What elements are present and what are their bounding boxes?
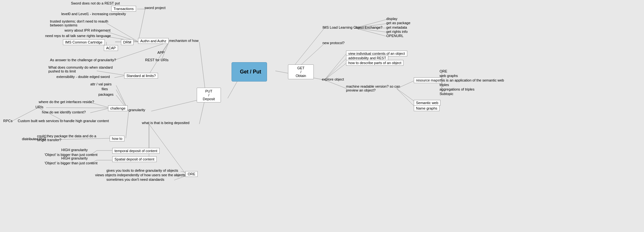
- level0-level1: level0 and Level1 - increasing complexit…: [61, 12, 126, 16]
- new-protocol: new protocol?: [322, 41, 345, 45]
- openurl-node: OPENURL: [386, 34, 403, 38]
- get-as-package: get as package: [386, 21, 411, 25]
- trusted-systems: trusted systems; don't need to reauthbet…: [50, 19, 108, 27]
- svg-line-3: [199, 42, 205, 90]
- svg-line-51: [324, 58, 347, 80]
- put-deposit-node[interactable]: PUT/Deposit: [197, 88, 221, 102]
- files-node: files: [102, 87, 108, 91]
- machine-readable: machine readable version? so canpreview …: [346, 84, 400, 92]
- ore-right: ORE: [440, 69, 447, 73]
- sword-project: sword project: [144, 6, 165, 10]
- semantic-web-app: this is an application of the semantic w…: [440, 78, 504, 82]
- svg-line-6: [139, 9, 145, 40]
- how-describe: how to describe parts of an object: [346, 60, 403, 66]
- transactions: Transactions: [111, 6, 136, 12]
- sword-no-rest: Sword does not do a REST put: [71, 1, 120, 5]
- spatial-deposit: Spatial deposit of content: [112, 156, 157, 162]
- ims-common-cartridge: IMS Common Cartridge: [63, 39, 105, 45]
- svg-line-25: [46, 108, 110, 108]
- how-to-node: how to: [110, 136, 124, 141]
- web-graphs: web graphs: [440, 74, 458, 78]
- attr-val: attr / val pairs: [90, 82, 112, 86]
- gives-tools: gives you tools to define granularity of…: [106, 169, 178, 172]
- subtopic-node: Subtopic: [440, 92, 453, 96]
- center-node[interactable]: Get / Put: [232, 62, 267, 82]
- granularity-node: granularity: [129, 108, 145, 112]
- mindmap: Get / Put PUT/Deposit GET/Obtain mechani…: [0, 0, 644, 232]
- ims-load: IMS Load Learning Object Exchange?: [322, 25, 382, 29]
- display-node: display: [386, 17, 397, 21]
- svg-line-26: [90, 108, 110, 113]
- high-gran-1: HIGH granularity: [61, 148, 88, 152]
- packages-node: packages: [98, 92, 114, 96]
- svg-line-50: [324, 53, 347, 80]
- what-deposited: what is that is being deposited: [142, 121, 189, 125]
- get-metadata: get metadata: [386, 25, 407, 29]
- authn-authz: Authn and Authz: [138, 38, 169, 44]
- get-rights-info: get rights info: [386, 30, 408, 34]
- svg-line-53: [324, 80, 347, 89]
- temporal-deposit: temporal deposit of content: [112, 148, 160, 154]
- triples-node: triples: [440, 83, 449, 87]
- how-identify: how do we identify content?: [42, 110, 86, 114]
- answer-granularity: As answer to the challenge of granularit…: [50, 58, 116, 62]
- object-bigger-2: 'Object' is bigger than just content: [45, 161, 97, 165]
- standard-limits: Standard at limits?: [124, 73, 158, 79]
- drm-node: DRM: [121, 39, 134, 45]
- app-node: APP: [157, 51, 164, 54]
- svg-line-42: [291, 28, 324, 69]
- what-community: What does community do when standardpush…: [48, 65, 113, 73]
- need-reps: need reps to all talk same rights langua…: [45, 34, 111, 38]
- svg-line-29: [126, 111, 129, 138]
- explore-object: explore object: [322, 77, 344, 81]
- could-package: could they package the data and do asing…: [37, 134, 96, 142]
- resource-maps: resource maps: [414, 77, 442, 83]
- semantic-web: Semantic web: [414, 100, 441, 106]
- mechanism-how: mechanism of how: [169, 39, 199, 43]
- get-obtain-node[interactable]: GET/Obtain: [288, 64, 314, 79]
- views-objects: views objects independently of how users…: [95, 173, 185, 177]
- acap-node: ACAP: [104, 45, 118, 51]
- ore-left: ORE: [185, 171, 198, 177]
- sometimes-node: sometimes you don't need standards: [106, 178, 164, 181]
- where-interfaces: where do the get interfaces reside?: [39, 100, 94, 104]
- high-gran-2: HIGH granularity: [61, 156, 88, 160]
- aggregations-node: aggregations of triples: [440, 87, 474, 91]
- challenge-node: challenge: [108, 105, 128, 111]
- rpcs-node: RPCs: [3, 119, 13, 123]
- rest-uris: REST for URIs: [145, 58, 169, 62]
- custom-built: Custom built web services to handle high…: [18, 119, 109, 123]
- name-graphs: Name graphs: [414, 105, 440, 111]
- extensibility: extensibility - double edged sword: [56, 75, 110, 79]
- worry-ipr: worry about IPR infringement: [64, 28, 110, 32]
- uris-node: URIs: [35, 105, 43, 109]
